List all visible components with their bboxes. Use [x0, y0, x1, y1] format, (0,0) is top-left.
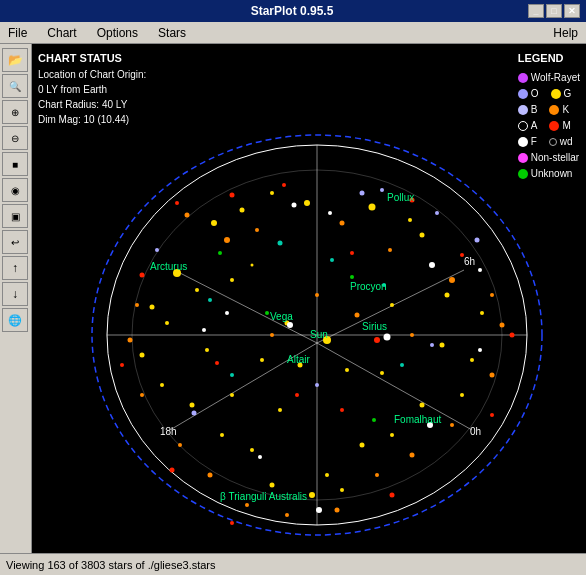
chart-origin-label: Location of Chart Origin:: [38, 67, 146, 82]
star-31: [380, 371, 384, 375]
legend-fwd-row: F wd: [518, 134, 580, 150]
star-33: [278, 408, 282, 412]
close-button[interactable]: ✕: [564, 4, 580, 18]
legend-dot-unknown: [518, 169, 528, 179]
status-bar: Viewing 163 of 3803 stars of ./gliese3.s…: [0, 553, 586, 575]
star-k2: [224, 237, 230, 243]
label-beta-tri: β Trianguli Australis: [220, 491, 307, 502]
legend-bk-row: B K: [518, 102, 580, 118]
star-20: [340, 488, 344, 492]
tool-search1[interactable]: 🔍: [2, 74, 28, 98]
legend-label-f: F: [531, 134, 537, 150]
star-24: [190, 403, 195, 408]
minimize-button[interactable]: _: [528, 4, 544, 18]
tool-up[interactable]: ↑: [2, 256, 28, 280]
star-k13: [335, 508, 340, 513]
star-m11: [120, 363, 124, 367]
star-b7: [430, 343, 434, 347]
label-arcturus: Arcturus: [150, 261, 187, 272]
star-k3: [255, 228, 259, 232]
star-b3: [475, 238, 480, 243]
star-k1: [185, 213, 190, 218]
diag-line2: [317, 270, 464, 343]
star-8: [150, 305, 155, 310]
legend-dot-wd: [549, 138, 557, 146]
star-w7: [258, 455, 262, 459]
star-27: [165, 321, 169, 325]
star-w5: [202, 328, 206, 332]
legend-dot-b: [518, 105, 528, 115]
star-vega-w: [287, 322, 293, 328]
label-altair: Altair: [287, 354, 310, 365]
star-c3: [208, 298, 212, 302]
legend-label-m: M: [562, 118, 570, 134]
legend-unknown: Unknown: [518, 166, 580, 182]
window-title: StarPlot 0.95.5: [56, 4, 528, 18]
star-k21: [315, 293, 319, 297]
tool-globe[interactable]: 🌐: [2, 308, 28, 332]
star-21: [270, 483, 275, 488]
star-k23: [270, 333, 274, 337]
legend-dot-m: [549, 121, 559, 131]
star-18: [360, 443, 365, 448]
star-m7: [490, 413, 494, 417]
tool-down[interactable]: ↓: [2, 282, 28, 306]
tool-undo[interactable]: ↩: [2, 230, 28, 254]
star-w2: [328, 211, 332, 215]
chart-ly: 0 LY from Earth: [38, 82, 146, 97]
menu-file[interactable]: File: [4, 25, 31, 41]
star-k22: [355, 313, 360, 318]
star-c1: [278, 241, 283, 246]
menu-stars[interactable]: Stars: [154, 25, 190, 41]
star-k10: [450, 423, 454, 427]
star-10: [251, 264, 254, 267]
tool-search3[interactable]: ⊖: [2, 126, 28, 150]
legend-dot-a: [518, 121, 528, 131]
star-m9: [230, 521, 234, 525]
star-k4: [340, 221, 345, 226]
legend-dot-wolf-rayet: [518, 73, 528, 83]
star-b1: [360, 191, 365, 196]
star-22: [250, 448, 254, 452]
tool-open[interactable]: 📂: [2, 48, 28, 72]
chart-info: CHART STATUS Location of Chart Origin: 0…: [38, 50, 146, 127]
legend-panel: LEGEND Wolf-Rayet O G B K: [518, 50, 580, 182]
tool-box1[interactable]: ■: [2, 152, 28, 176]
label-pollux: Pollux: [387, 192, 414, 203]
star-g2: [350, 275, 354, 279]
menu-help[interactable]: Help: [549, 25, 582, 41]
star-15: [470, 358, 474, 362]
star-19: [325, 473, 329, 477]
tool-box3[interactable]: ▣: [2, 204, 28, 228]
star-c2: [330, 258, 334, 262]
label-vega: Vega: [270, 311, 293, 322]
star-m3: [282, 183, 286, 187]
legend-am-row: A M: [518, 118, 580, 134]
star-5: [408, 218, 412, 222]
star-m14: [215, 361, 219, 365]
star-28: [205, 348, 209, 352]
star-b8: [380, 188, 384, 192]
legend-dot-o: [518, 89, 528, 99]
star-23: [220, 433, 224, 437]
star-k11: [410, 453, 415, 458]
maximize-button[interactable]: □: [546, 4, 562, 18]
tool-search2[interactable]: ⊕: [2, 100, 28, 124]
legend-label-k: K: [562, 102, 569, 118]
menu-chart[interactable]: Chart: [43, 25, 80, 41]
star-w8: [316, 507, 322, 513]
menu-options[interactable]: Options: [93, 25, 142, 41]
legend-label-b: B: [531, 102, 538, 118]
legend-label-a: A: [531, 118, 538, 134]
label-fomalhaut: Fomalhaut: [394, 414, 441, 425]
menu-items: File Chart Options Stars: [4, 25, 190, 41]
star-w1: [292, 203, 297, 208]
star-fomalhaut: [420, 403, 425, 408]
star-14: [440, 343, 445, 348]
star-9: [230, 278, 234, 282]
menu-bar: File Chart Options Stars Help: [0, 22, 586, 44]
tool-box2[interactable]: ◉: [2, 178, 28, 202]
star-m8: [390, 493, 395, 498]
star-6: [420, 233, 425, 238]
chart-area: CHART STATUS Location of Chart Origin: 0…: [32, 44, 586, 553]
